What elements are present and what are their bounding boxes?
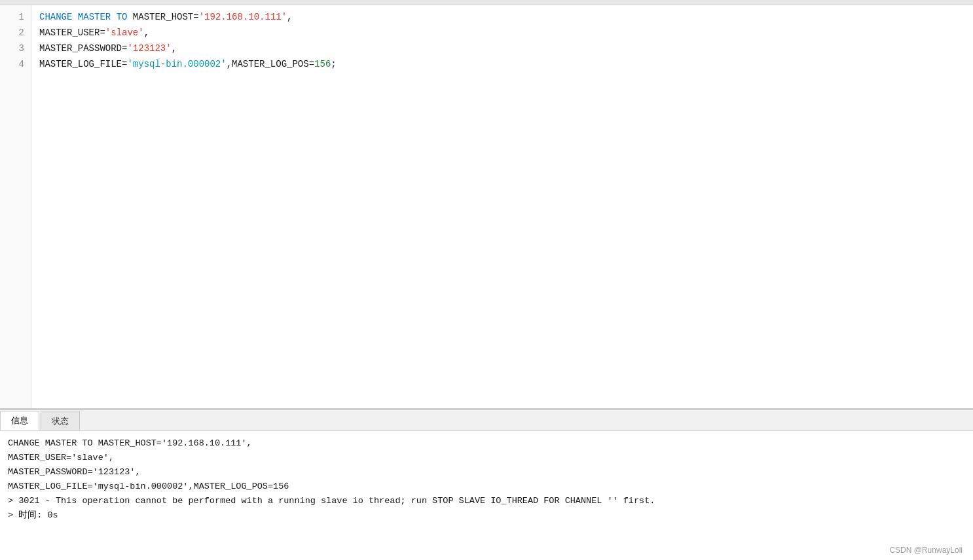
code-token: ; [331, 59, 336, 69]
code-line: CHANGE MASTER TO MASTER_HOST='192.168.10… [39, 9, 965, 25]
tab-信息[interactable]: 信息 [0, 411, 39, 430]
main-container: 1234 CHANGE MASTER TO MASTER_HOST='192.1… [0, 0, 973, 560]
line-numbers: 1234 [0, 5, 31, 408]
line-number: 2 [0, 25, 24, 41]
code-token: MASTER_HOST= [127, 12, 198, 22]
code-token: MASTER_PASSWORD= [39, 43, 127, 54]
code-token: , [287, 12, 292, 22]
line-number: 4 [0, 56, 24, 72]
tab-状态[interactable]: 状态 [41, 411, 80, 430]
code-token: 'slave' [105, 27, 144, 38]
code-content[interactable]: CHANGE MASTER TO MASTER_HOST='192.168.10… [31, 5, 973, 408]
code-token: '192.168.10.111' [199, 12, 287, 22]
code-token: MASTER_LOG_FILE= [39, 59, 127, 69]
code-token: 156 [314, 59, 331, 69]
watermark: CSDN @RunwayLoli [889, 546, 963, 555]
code-line: MASTER_USER='slave', [39, 25, 965, 41]
code-token: TO [117, 12, 128, 22]
output-content: CHANGE MASTER TO MASTER_HOST='192.168.10… [0, 431, 973, 560]
code-line: MASTER_LOG_FILE='mysql-bin.000002',MASTE… [39, 56, 965, 72]
line-number: 1 [0, 9, 24, 25]
code-token: 'mysql-bin.000002' [127, 59, 226, 69]
editor-area: 1234 CHANGE MASTER TO MASTER_HOST='192.1… [0, 5, 973, 410]
code-token: MASTER_USER= [39, 27, 105, 38]
code-token: MASTER [72, 12, 116, 22]
bottom-panel: 信息状态 CHANGE MASTER TO MASTER_HOST='192.1… [0, 410, 973, 560]
code-token: , [172, 43, 177, 54]
code-token: '123123' [127, 43, 171, 54]
code-token: ,MASTER_LOG_POS= [227, 59, 314, 69]
code-token: CHANGE [39, 12, 72, 22]
line-number: 3 [0, 41, 24, 56]
code-token: , [144, 27, 149, 38]
tabs-bar: 信息状态 [0, 410, 973, 431]
code-line: MASTER_PASSWORD='123123', [39, 41, 965, 56]
toolbar [0, 0, 973, 5]
